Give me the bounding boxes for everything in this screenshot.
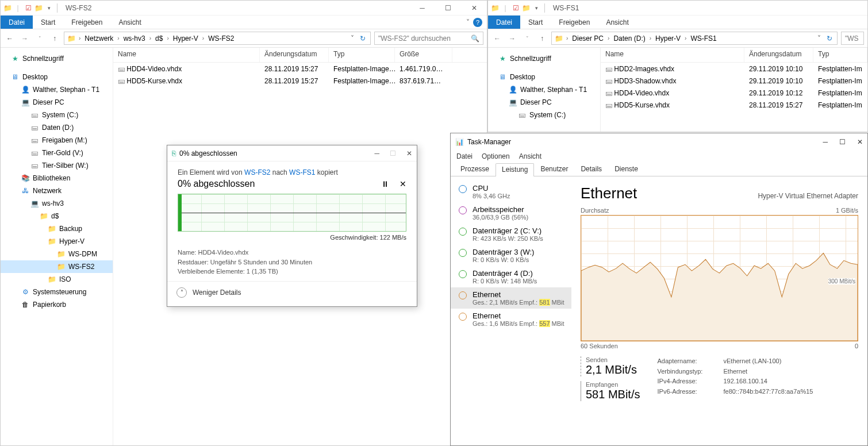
close-button[interactable]: ✕	[406, 149, 412, 157]
nav-quick-access[interactable]: ★Schnellzugriff	[488, 52, 600, 65]
dst-link[interactable]: WS-FS1	[289, 168, 315, 176]
maximize-button[interactable]: ☐	[839, 138, 846, 146]
chevron-icon[interactable]: ›	[77, 35, 82, 41]
crumb[interactable]: Daten (D:)	[612, 34, 646, 43]
file-row[interactable]: 🖴 HDD4-Video.vhdx 28.11.2019 15:27 Festp…	[113, 63, 487, 75]
nav-host[interactable]: 💻ws-hv3	[1, 197, 113, 210]
nav-folder-selected[interactable]: 📁WS-FS2	[1, 260, 113, 273]
col-date[interactable]: Änderungsdatum	[744, 48, 813, 62]
perf-item-cpu[interactable]: CPU8% 3,46 GHz	[451, 181, 571, 202]
back-button[interactable]: ←	[491, 34, 503, 43]
src-link[interactable]: WS-FS2	[244, 168, 270, 176]
qat-dropdown-icon[interactable]: ▾	[44, 3, 53, 13]
search-input[interactable]: "WS-FS2" durchsuchen 🔍	[374, 32, 483, 45]
crumb[interactable]: d$	[154, 34, 164, 43]
chevron-icon[interactable]: ›	[148, 35, 153, 41]
recent-button[interactable]: ˅	[34, 36, 45, 41]
menu-options[interactable]: Optionen	[482, 152, 510, 160]
tab-users[interactable]: Benutzer	[534, 163, 574, 176]
ribbon-file-tab[interactable]: Datei	[488, 16, 520, 29]
less-details-button[interactable]: Weniger Details	[193, 289, 241, 297]
help-icon[interactable]: ?	[473, 18, 482, 27]
refresh-icon[interactable]: ↻	[358, 34, 368, 43]
ribbon-tab-view[interactable]: Ansicht	[110, 16, 149, 29]
back-button[interactable]: ←	[4, 34, 16, 43]
nav-this-pc[interactable]: 💻Dieser PC	[1, 96, 113, 109]
crumb[interactable]: Netzwerk	[83, 34, 114, 43]
crumb[interactable]: Hyper-V	[172, 34, 199, 43]
tab-services[interactable]: Dienste	[608, 163, 644, 176]
maximize-button[interactable]: ☐	[390, 149, 396, 157]
perf-item-memory[interactable]: Arbeitsspeicher36,0/63,9 GB (56%)	[451, 202, 571, 224]
forward-button[interactable]: →	[506, 34, 518, 43]
minimize-button[interactable]: ─	[374, 149, 379, 157]
forward-button[interactable]: →	[19, 34, 30, 43]
col-name[interactable]: Name	[113, 48, 260, 62]
nav-user[interactable]: 👤Walther, Stephan - T1	[1, 83, 113, 96]
pause-button[interactable]: ⏸	[381, 179, 389, 189]
cancel-button[interactable]: ✕	[400, 179, 406, 189]
crumb[interactable]: Hyper-V	[654, 34, 682, 43]
nav-drive[interactable]: 🖴System (C:)	[1, 109, 113, 121]
col-type[interactable]: Typ	[813, 48, 867, 62]
chevron-icon[interactable]: ›	[606, 35, 611, 41]
chevron-icon[interactable]: ›	[648, 35, 653, 41]
refresh-icon[interactable]: ↻	[824, 34, 835, 43]
up-button[interactable]: ↑	[49, 34, 60, 43]
crumb[interactable]: ws-hv3	[122, 34, 147, 43]
qat-open-icon[interactable]: 📁	[521, 3, 531, 13]
nav-desktop[interactable]: 🖥Desktop	[1, 71, 113, 83]
file-row[interactable]: 🖴 HDD3-Shadow.vhdx29.11.2019 10:10Festpl…	[601, 75, 867, 87]
minimize-button[interactable]: ─	[409, 1, 435, 16]
col-type[interactable]: Typ	[329, 48, 395, 62]
qat-properties-icon[interactable]: ☑	[24, 3, 33, 13]
menu-file[interactable]: Datei	[456, 152, 473, 160]
recent-button[interactable]: ˅	[521, 36, 533, 41]
col-size[interactable]: Größe	[395, 48, 452, 62]
crumb[interactable]: Dieser PC	[571, 34, 605, 43]
qat-dropdown-icon[interactable]: ▾	[532, 3, 541, 13]
nav-drive[interactable]: 🖴Freigaben (M:)	[1, 134, 113, 147]
tab-processes[interactable]: Prozesse	[454, 163, 496, 176]
nav-quick-access[interactable]: ★Schnellzugriff	[1, 52, 113, 65]
breadcrumb-path[interactable]: 📁 › Dieser PC› Daten (D:)› Hyper-V› WS-F…	[551, 32, 838, 45]
ribbon-tab-start[interactable]: Start	[33, 16, 63, 29]
col-date[interactable]: Änderungsdatum	[260, 48, 329, 62]
nav-drive[interactable]: 🖴System (C:)	[488, 109, 600, 121]
ribbon-tab-view[interactable]: Ansicht	[598, 16, 636, 29]
nav-network[interactable]: 🖧Netzwerk	[1, 184, 113, 197]
path-dropdown-icon[interactable]: ˅	[348, 34, 356, 43]
col-name[interactable]: Name	[601, 48, 744, 62]
collapse-icon[interactable]: ˄	[176, 287, 187, 298]
nav-drive[interactable]: 🖴Tier-Gold (V:)	[1, 147, 113, 159]
file-row[interactable]: 🖴 HDD5-Kurse.vhdx 28.11.2019 15:27 Festp…	[113, 75, 487, 87]
ribbon-tab-start[interactable]: Start	[520, 16, 551, 29]
nav-drive[interactable]: 🖴Tier-Silber (W:)	[1, 159, 113, 172]
nav-libraries[interactable]: 📚Bibliotheken	[1, 172, 113, 184]
crumb[interactable]: WS-FS1	[689, 34, 717, 43]
chevron-icon[interactable]: ›	[116, 35, 121, 41]
chevron-icon[interactable]: ›	[683, 35, 688, 41]
breadcrumb-path[interactable]: 📁 › Netzwerk› ws-hv3› d$› Hyper-V› WS-FS…	[64, 32, 371, 45]
search-input[interactable]: "WS	[841, 32, 864, 45]
file-row[interactable]: 🖴 HDD5-Kurse.vhdx28.11.2019 15:27Festpla…	[601, 99, 867, 111]
minimize-button[interactable]: ─	[823, 138, 828, 146]
nav-share[interactable]: 📁d$	[1, 210, 113, 222]
qat-properties-icon[interactable]: ☑	[511, 3, 520, 13]
nav-control-panel[interactable]: ⚙Systemsteuerung	[1, 286, 113, 298]
perf-item-disk[interactable]: Datenträger 2 (C: V:)R: 423 KB/s W: 250 …	[451, 224, 571, 245]
menu-view[interactable]: Ansicht	[519, 152, 541, 160]
nav-this-pc[interactable]: 💻Dieser PC	[488, 96, 600, 109]
chevron-icon[interactable]: ›	[165, 35, 170, 41]
ribbon-expand-icon[interactable]: ˅	[466, 18, 470, 26]
perf-item-disk[interactable]: Datenträger 3 (W:)R: 0 KB/s W: 0 KB/s	[451, 245, 571, 266]
perf-item-disk[interactable]: Datenträger 4 (D:)R: 0 KB/s W: 148 MB/s	[451, 266, 571, 287]
nav-recycle-bin[interactable]: 🗑Papierkorb	[1, 298, 113, 311]
nav-folder[interactable]: 📁ISO	[1, 273, 113, 286]
close-button[interactable]: ✕	[857, 138, 863, 146]
ribbon-tab-share[interactable]: Freigeben	[551, 16, 598, 29]
ribbon-tab-share[interactable]: Freigeben	[63, 16, 110, 29]
close-button[interactable]: ✕	[461, 1, 487, 16]
nav-folder[interactable]: 📁Backup	[1, 222, 113, 235]
search-icon[interactable]: 🔍	[471, 34, 479, 43]
